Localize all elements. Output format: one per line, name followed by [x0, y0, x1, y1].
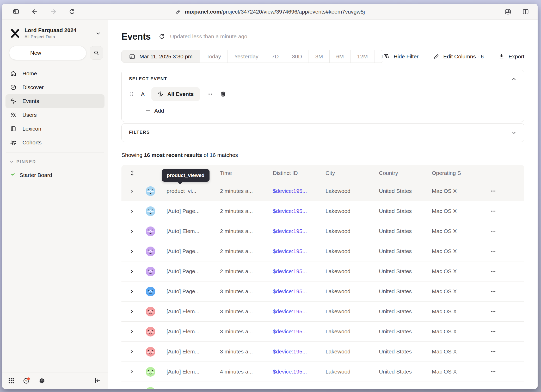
- range-7d[interactable]: 7D: [265, 50, 285, 63]
- refresh-icon[interactable]: [158, 33, 165, 40]
- split-view-icon[interactable]: [522, 8, 529, 15]
- cell-event: [Auto] Elem...: [162, 328, 215, 335]
- project-switcher[interactable]: Lord Farquaad 2024 All Project Data: [2, 20, 108, 46]
- row-more-icon[interactable]: [485, 268, 524, 275]
- chevron-right-icon[interactable]: [121, 369, 140, 374]
- cell-distinct-id[interactable]: $device:195...: [268, 308, 321, 315]
- row-more-icon[interactable]: [485, 188, 524, 194]
- hide-filter-button[interactable]: Hide Filter: [383, 53, 419, 60]
- chevron-right-icon[interactable]: [121, 349, 140, 354]
- chevron-right-icon[interactable]: [121, 249, 140, 254]
- more-icon[interactable]: [205, 91, 214, 97]
- chevron-down-icon[interactable]: [511, 130, 517, 136]
- trash-icon[interactable]: [220, 91, 226, 97]
- table-row[interactable]: [Auto] Page... 2 minutes a... $device:19…: [121, 201, 524, 221]
- cell-distinct-id[interactable]: $device:195...: [268, 328, 321, 335]
- cell-distinct-id[interactable]: $device:195...: [268, 288, 321, 295]
- events-table: Time Distinct ID City Country Operating …: [121, 165, 524, 389]
- range-30d[interactable]: 30D: [285, 50, 309, 63]
- table-row[interactable]: [Auto] Elem... 4 minutes a... $device:19…: [121, 362, 524, 382]
- col-city[interactable]: City: [321, 170, 374, 176]
- chevron-right-icon[interactable]: [121, 269, 140, 274]
- cell-country: United States: [374, 288, 427, 295]
- table-row[interactable]: [Auto] Page... 3 minutes a... $device:19…: [121, 281, 524, 302]
- cell-distinct-id[interactable]: $device:195...: [268, 369, 321, 375]
- add-event-button[interactable]: Add: [145, 108, 517, 114]
- new-button[interactable]: New: [9, 46, 86, 60]
- sidebar-toggle-icon[interactable]: [13, 8, 20, 15]
- chevron-right-icon[interactable]: [121, 309, 140, 314]
- sidebar-item-events[interactable]: Events: [5, 94, 104, 108]
- cell-distinct-id[interactable]: $device:195...: [268, 348, 321, 355]
- export-button[interactable]: Export: [498, 53, 524, 60]
- row-more-icon[interactable]: [485, 228, 524, 235]
- drag-handle-icon[interactable]: [129, 91, 134, 97]
- table-row[interactable]: product_vi... 2 minutes a... $device:195…: [121, 181, 524, 201]
- table-row[interactable]: [Auto] Page... 2 minutes a... $device:19…: [121, 261, 524, 281]
- chevron-right-icon[interactable]: [121, 209, 140, 214]
- page-settings-icon[interactable]: [504, 8, 512, 15]
- url-path: /project/3472420/view/3974696/app/events…: [221, 9, 365, 15]
- sidebar-item-users[interactable]: Users: [5, 108, 104, 122]
- table-row[interactable]: [Auto] Elem... 3 minutes a... $device:19…: [121, 342, 524, 362]
- chevron-right-icon[interactable]: [121, 229, 140, 234]
- sidebar-item-label: Events: [22, 98, 39, 104]
- col-time[interactable]: Time: [215, 170, 268, 176]
- range-today[interactable]: Today: [200, 50, 228, 63]
- search-button[interactable]: [90, 46, 103, 60]
- date-range-control: Mar 11, 2025 3:30 pm Today Yesterday 7D …: [121, 50, 383, 63]
- chevron-right-icon[interactable]: [121, 289, 140, 294]
- event-selector-chip[interactable]: All Events: [151, 87, 200, 101]
- help-icon[interactable]: ?: [23, 377, 30, 385]
- cell-distinct-id[interactable]: $device:195...: [268, 228, 321, 234]
- cell-event: [Auto] Elem...: [162, 348, 215, 355]
- range-yesterday[interactable]: Yesterday: [228, 50, 265, 63]
- row-more-icon[interactable]: [485, 388, 524, 389]
- row-more-icon[interactable]: [485, 308, 524, 315]
- sidebar-item-lexicon[interactable]: Lexicon: [5, 122, 104, 136]
- chevron-right-icon[interactable]: [121, 189, 140, 194]
- range-12m[interactable]: 12M: [350, 50, 374, 63]
- sidebar-item-home[interactable]: Home: [5, 67, 104, 81]
- col-country[interactable]: Country: [374, 170, 427, 176]
- range-3m[interactable]: 3M: [309, 50, 329, 63]
- forward-icon[interactable]: [50, 8, 57, 15]
- reload-icon[interactable]: [69, 8, 76, 15]
- cell-distinct-id[interactable]: $device:195...: [268, 208, 321, 214]
- sidebar-item-starter-board[interactable]: Starter Board: [2, 164, 108, 178]
- table-row[interactable]: [Auto] Page... 2 minutes a... $device:19…: [121, 241, 524, 261]
- cell-os: Mac OS X: [427, 248, 485, 254]
- col-distinct-id[interactable]: Distinct ID: [268, 170, 321, 176]
- pinned-section-header[interactable]: PINNED: [2, 152, 108, 164]
- row-more-icon[interactable]: [485, 348, 524, 355]
- collapse-sidebar-icon[interactable]: [94, 377, 101, 384]
- cell-os: Mac OS X: [427, 308, 485, 315]
- sidebar-item-discover[interactable]: Discover: [5, 81, 104, 94]
- table-row[interactable]: [Auto] Elem... 2 minutes a... $device:19…: [121, 221, 524, 241]
- edit-columns-button[interactable]: Edit Columns · 6: [433, 53, 484, 60]
- address-bar[interactable]: mixpanel.com/project/3472420/view/397469…: [175, 9, 365, 15]
- row-more-icon[interactable]: [485, 208, 524, 215]
- sidebar-item-cohorts[interactable]: Cohorts: [5, 136, 104, 150]
- chevron-right-icon[interactable]: [121, 329, 140, 334]
- apps-grid-icon[interactable]: [8, 377, 15, 384]
- cell-distinct-id[interactable]: $device:195...: [268, 268, 321, 274]
- gear-icon[interactable]: [38, 377, 46, 384]
- cell-distinct-id[interactable]: $device:195...: [268, 188, 321, 194]
- range-6m[interactable]: 6M: [329, 50, 350, 63]
- range-xtd[interactable]: XTD: [374, 50, 383, 63]
- back-icon[interactable]: [31, 8, 38, 15]
- cell-distinct-id[interactable]: $device:195...: [268, 248, 321, 254]
- row-more-icon[interactable]: [485, 368, 524, 375]
- row-more-icon[interactable]: [485, 328, 524, 335]
- collapse-rows-icon[interactable]: [121, 170, 140, 176]
- table-row[interactable]: [121, 382, 524, 389]
- cell-city: Lakewood: [321, 308, 374, 315]
- table-row[interactable]: [Auto] Elem... 3 minutes a... $device:19…: [121, 322, 524, 342]
- col-operating-system[interactable]: Operating S: [427, 170, 485, 176]
- row-more-icon[interactable]: [485, 288, 524, 295]
- table-row[interactable]: [Auto] Elem... 3 minutes a... $device:19…: [121, 302, 524, 322]
- date-picker[interactable]: Mar 11, 2025 3:30 pm: [122, 50, 200, 63]
- chevron-up-icon[interactable]: [511, 76, 517, 82]
- row-more-icon[interactable]: [485, 248, 524, 255]
